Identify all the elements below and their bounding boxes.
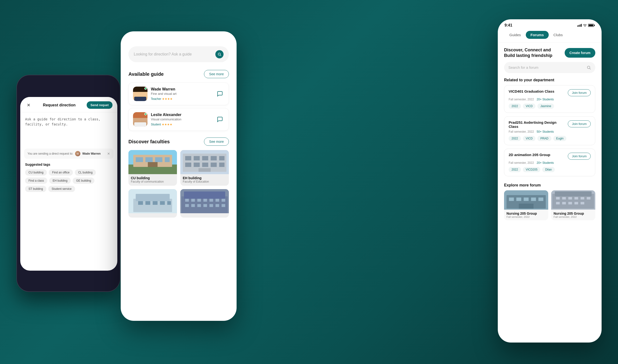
- wade-role-stars: Teacher ★★★★: [151, 96, 176, 101]
- tab-clubs[interactable]: Clubs: [549, 31, 567, 39]
- svg-rect-74: [587, 197, 590, 199]
- wade-avatar-small: W: [75, 151, 81, 156]
- animation-join-button[interactable]: Join forum: [568, 153, 591, 160]
- svg-point-0: [218, 53, 220, 55]
- tag-2022-1: 2022: [509, 104, 521, 109]
- forum-search-placeholder: Search for a forum: [508, 65, 538, 69]
- building3-image: [128, 189, 177, 213]
- forum-card-vicd401: VICD401 Graduation Class Join forum Fall…: [504, 85, 595, 113]
- svg-rect-38: [210, 199, 213, 202]
- svg-rect-25: [136, 194, 170, 201]
- svg-point-52: [585, 26, 585, 27]
- wade-chat-icon[interactable]: [215, 90, 224, 98]
- svg-rect-9: [148, 162, 157, 167]
- guide-wade-info: Wade Warren Fine and visual art Teacher …: [133, 87, 176, 101]
- animation-title: 2D animation 205 Group: [509, 153, 565, 157]
- animation-header: 2D animation 205 Group Join forum: [509, 153, 591, 160]
- remove-direct-request-icon[interactable]: ✕: [107, 152, 110, 156]
- faculty-card-cu[interactable]: CU building Faculty of communication: [128, 150, 177, 186]
- tag-find-office[interactable]: Find an office: [49, 169, 73, 176]
- faculty-card-3[interactable]: [128, 189, 177, 218]
- building4-info: [180, 213, 229, 218]
- svg-rect-6: [145, 157, 153, 162]
- explore-title: Explore more forum: [498, 180, 601, 190]
- guide-leslie-avatar: [133, 112, 148, 127]
- tag-2022-2: 2022: [509, 136, 521, 141]
- faculty-card-4[interactable]: [180, 189, 229, 218]
- tag-st-building[interactable]: ST building: [25, 186, 46, 192]
- explore-card-nursing-1[interactable]: Nursing 205 Group Fall semester, 2022: [504, 190, 548, 220]
- suggested-tags-section: Suggested tags CU building Find an offic…: [20, 159, 117, 192]
- tab-guides[interactable]: Guides: [505, 31, 526, 39]
- prad251-tags: 2022 VICD PRAD Eugin: [509, 136, 591, 141]
- svg-rect-64: [538, 197, 543, 201]
- svg-rect-55: [589, 24, 593, 26]
- phone-center-screen: Looking for direction? Ask a guide Avail…: [121, 32, 236, 320]
- forum-header-text: Discover, Connect and Build lasting frie…: [504, 47, 552, 59]
- phone-left: ✕ Request direction Send requet Ask a gu…: [16, 75, 120, 292]
- forum-search-icon[interactable]: [587, 65, 591, 70]
- available-guide-see-more[interactable]: See more: [204, 70, 229, 78]
- related-dept-title: Related to your department: [498, 78, 601, 85]
- leslie-online-indicator: [144, 113, 147, 115]
- explore-card-nursing-2[interactable]: Nursing 205 Group Fall semester, 2022: [551, 190, 595, 220]
- faculties-section: Discover faculties See more: [128, 138, 229, 218]
- tag-dilan: Dilan: [542, 167, 554, 172]
- building4-image: [180, 189, 229, 213]
- tab-forums[interactable]: Forums: [526, 31, 549, 39]
- forum-search-bar[interactable]: Search for a forum: [504, 62, 595, 73]
- direct-request-text: You are sending a direct request to:: [27, 152, 73, 155]
- leslie-name: Leslie Alexander: [151, 113, 182, 117]
- tag-find-class[interactable]: Find a class: [25, 178, 47, 184]
- vicd401-tags: 2022 VICD Jasmine: [509, 104, 591, 109]
- svg-rect-71: [568, 197, 572, 199]
- wade-online-indicator: [144, 87, 147, 90]
- tag-cu-building[interactable]: CU building: [25, 169, 47, 176]
- wade-role: Teacher: [151, 97, 162, 101]
- faculties-header: Discover faculties See more: [128, 138, 229, 146]
- svg-rect-13: [194, 156, 200, 160]
- leslie-role-stars: Student ★★★★: [151, 122, 182, 126]
- svg-rect-20: [211, 163, 217, 167]
- forum-card-prad251: Prad251 Avdertising Design Class Join fo…: [504, 116, 595, 145]
- faculty-card-eh[interactable]: EH building Faculty of Education: [180, 150, 229, 186]
- svg-rect-34: [185, 199, 189, 202]
- wade-stars: ★★★★: [162, 97, 173, 101]
- guide-search-icon[interactable]: [215, 50, 224, 58]
- prad251-join-button[interactable]: Join forum: [568, 120, 591, 127]
- direct-request-label: You are sending a direct request to: W W…: [27, 151, 101, 156]
- cu-building-name: CU building: [131, 176, 175, 180]
- tag-eh-building[interactable]: EH building: [49, 178, 71, 184]
- tag-ge-building[interactable]: GE building: [73, 178, 94, 184]
- guide-card-leslie: Leslie Alexander Visual communication St…: [128, 108, 229, 131]
- tag-cl-building[interactable]: CL building: [75, 169, 96, 176]
- svg-rect-70: [562, 197, 566, 199]
- svg-rect-37: [203, 199, 207, 202]
- tag-2022-3: 2022: [509, 167, 521, 172]
- forum-header: Discover, Connect and Build lasting frie…: [498, 42, 601, 62]
- send-request-button[interactable]: Send requet: [87, 101, 112, 109]
- svg-rect-60: [509, 197, 514, 201]
- building3-info: [128, 213, 177, 218]
- direct-request-bar: You are sending a direct request to: W W…: [24, 149, 113, 159]
- tag-vicd205: VICD205: [523, 167, 540, 172]
- nursing2-title: Nursing 205 Group: [553, 211, 593, 215]
- svg-rect-72: [575, 197, 578, 199]
- svg-rect-36: [197, 199, 201, 202]
- leslie-chat-icon[interactable]: [215, 115, 224, 124]
- create-forum-button[interactable]: Create forum: [565, 48, 595, 58]
- direction-textarea[interactable]: Ask a guide for direction to a class, fa…: [25, 117, 112, 143]
- tag-student-service[interactable]: Student service: [48, 186, 75, 192]
- svg-rect-48: [578, 25, 578, 27]
- svg-rect-14: [202, 156, 208, 160]
- vicd401-join-button[interactable]: Join forum: [568, 89, 591, 96]
- close-icon[interactable]: ✕: [25, 102, 32, 109]
- leslie-stars: ★★★★: [162, 123, 172, 126]
- guide-search-bar[interactable]: Looking for direction? Ask a guide: [128, 46, 229, 62]
- faculties-see-more[interactable]: See more: [204, 138, 229, 146]
- svg-rect-15: [211, 156, 217, 160]
- svg-rect-62: [524, 197, 528, 201]
- svg-rect-51: [581, 24, 582, 27]
- svg-rect-73: [581, 197, 584, 199]
- signal-icon: [578, 24, 582, 27]
